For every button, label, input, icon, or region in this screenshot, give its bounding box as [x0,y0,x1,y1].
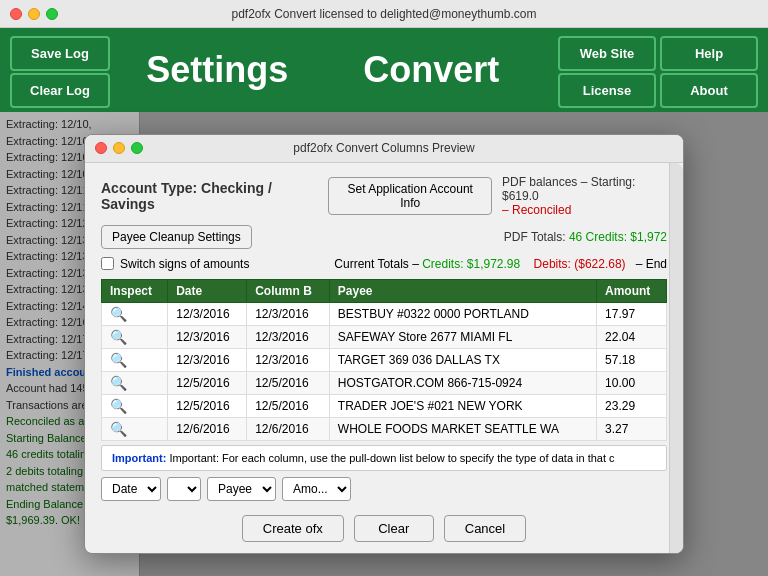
inspect-cell: 🔍 [102,325,168,348]
col-header-date: Date [168,279,247,302]
inspect-icon[interactable]: 🔍 [110,398,127,414]
maximize-button[interactable] [46,8,58,20]
switch-signs-label: Switch signs of amounts [120,257,249,271]
clear-log-button[interactable]: Clear Log [10,73,110,108]
payee-cell: WHOLE FOODS MARKET SEATTLE WA [329,417,596,440]
account-type-label: Account Type: Checking / Savings [101,180,318,212]
col-select-2[interactable] [167,477,201,501]
payee-cell: HOSTGATOR.COM 866-715-0924 [329,371,596,394]
payee-cleanup-button[interactable]: Payee Cleanup Settings [101,225,252,249]
table-row: 🔍 12/5/2016 12/5/2016 TRADER JOE'S #021 … [102,394,667,417]
inspect-icon[interactable]: 🔍 [110,421,127,437]
inspect-icon[interactable]: 🔍 [110,329,127,345]
create-ofx-button[interactable]: Create ofx [242,515,344,542]
amount-cell: 22.04 [597,325,667,348]
title-bar: pdf2ofx Convert licensed to delighted@mo… [0,0,768,28]
inspect-icon[interactable]: 🔍 [110,352,127,368]
date-cell: 12/3/2016 [168,348,247,371]
amount-cell: 23.29 [597,394,667,417]
table-row: 🔍 12/5/2016 12/5/2016 HOSTGATOR.COM 866-… [102,371,667,394]
modal-overlay: pdf2ofx Convert Columns Preview Account … [0,112,768,576]
payee-cell: TRADER JOE'S #021 NEW YORK [329,394,596,417]
col-b-cell: 12/5/2016 [247,371,330,394]
col-b-cell: 12/3/2016 [247,325,330,348]
current-totals-label: Current Totals – [334,257,419,271]
table-row: 🔍 12/3/2016 12/3/2016 TARGET 369 036 DAL… [102,348,667,371]
amount-cell: 17.97 [597,302,667,325]
current-debits: Debits: ($622.68) [534,257,626,271]
table-row: 🔍 12/3/2016 12/3/2016 BESTBUY #0322 0000… [102,302,667,325]
modal-scrollbar[interactable] [669,163,683,553]
minimize-button[interactable] [28,8,40,20]
modal-close-button[interactable] [95,142,107,154]
payee-cell: TARGET 369 036 DALLAS TX [329,348,596,371]
settings-label: Settings [120,28,315,112]
account-row: Account Type: Checking / Savings Set App… [101,175,667,217]
date-cell: 12/3/2016 [168,302,247,325]
help-button[interactable]: Help [660,36,758,71]
current-credits: Credits: $1,972.98 [422,257,520,271]
app-title: pdf2ofx Convert licensed to delighted@mo… [231,7,536,21]
cancel-button[interactable]: Cancel [444,515,526,542]
inspect-cell: 🔍 [102,417,168,440]
payee-cell: SAFEWAY Store 2677 MIAMI FL [329,325,596,348]
col-header-column-b: Column B [247,279,330,302]
modal-title: pdf2ofx Convert Columns Preview [293,141,474,155]
table-row: 🔍 12/3/2016 12/3/2016 SAFEWAY Store 2677… [102,325,667,348]
website-button[interactable]: Web Site [558,36,656,71]
license-button[interactable]: License [558,73,656,108]
inspect-icon[interactable]: 🔍 [110,375,127,391]
inspect-cell: 🔍 [102,371,168,394]
col-select-payee[interactable]: Payee [207,477,276,501]
col-header-amount: Amount [597,279,667,302]
important-label: Important: [112,452,166,464]
switch-signs-checkbox[interactable] [101,257,114,270]
col-b-cell: 12/3/2016 [247,302,330,325]
pdf-totals-credits: 46 Credits: $1,972 [569,230,667,244]
toolbar-right-top: Web Site Help [558,36,758,71]
amount-cell: 3.27 [597,417,667,440]
modal-body: Account Type: Checking / Savings Set App… [85,163,683,553]
date-cell: 12/5/2016 [168,371,247,394]
inspect-cell: 🔍 [102,348,168,371]
clear-button[interactable]: Clear [354,515,434,542]
inspect-cell: 🔍 [102,302,168,325]
pdf-balances-info: PDF balances – Starting: $619.0 – Reconc… [502,175,667,217]
traffic-lights [10,8,58,20]
set-application-account-button[interactable]: Set Application Account Info [328,177,492,215]
toolbar-left: Save Log Clear Log [0,28,120,112]
col-header-payee: Payee [329,279,596,302]
col-select-amount[interactable]: Amo... [282,477,351,501]
col-b-cell: 12/6/2016 [247,417,330,440]
inspect-icon[interactable]: 🔍 [110,306,127,322]
close-button[interactable] [10,8,22,20]
pdf-balances-text: PDF balances – Starting: $619.0 [502,175,635,203]
col-b-cell: 12/5/2016 [247,394,330,417]
convert-label: Convert [315,28,548,112]
action-buttons: Create ofx Clear Cancel [101,509,667,548]
modal-minimize-button[interactable] [113,142,125,154]
table-row: 🔍 12/6/2016 12/6/2016 WHOLE FOODS MARKET… [102,417,667,440]
amount-cell: 57.18 [597,348,667,371]
about-button[interactable]: About [660,73,758,108]
save-log-button[interactable]: Save Log [10,36,110,71]
important-note: Important: Important: For each column, u… [101,445,667,471]
date-cell: 12/6/2016 [168,417,247,440]
payee-cell: BESTBUY #0322 0000 PORTLAND [329,302,596,325]
col-select-date[interactable]: Date [101,477,161,501]
end-label: – End [636,257,667,271]
toolbar-right-bottom: License About [558,73,758,108]
switch-signs-row: Switch signs of amounts Current Totals –… [101,257,667,271]
toolbar-right: Web Site Help License About [548,28,768,112]
modal-maximize-button[interactable] [131,142,143,154]
table-body: 🔍 12/3/2016 12/3/2016 BESTBUY #0322 0000… [102,302,667,440]
inspect-cell: 🔍 [102,394,168,417]
pdf-totals-label: PDF Totals: [504,230,566,244]
pdf-totals: PDF Totals: 46 Credits: $1,972 [504,230,667,244]
date-cell: 12/3/2016 [168,325,247,348]
preview-table: Inspect Date Column B Payee Amount 🔍 12/… [101,279,667,441]
amount-cell: 10.00 [597,371,667,394]
column-dropdowns-row: Date Payee Amo... [101,477,667,501]
columns-preview-modal: pdf2ofx Convert Columns Preview Account … [84,134,684,554]
current-totals: Current Totals – Credits: $1,972.98 Debi… [334,257,667,271]
